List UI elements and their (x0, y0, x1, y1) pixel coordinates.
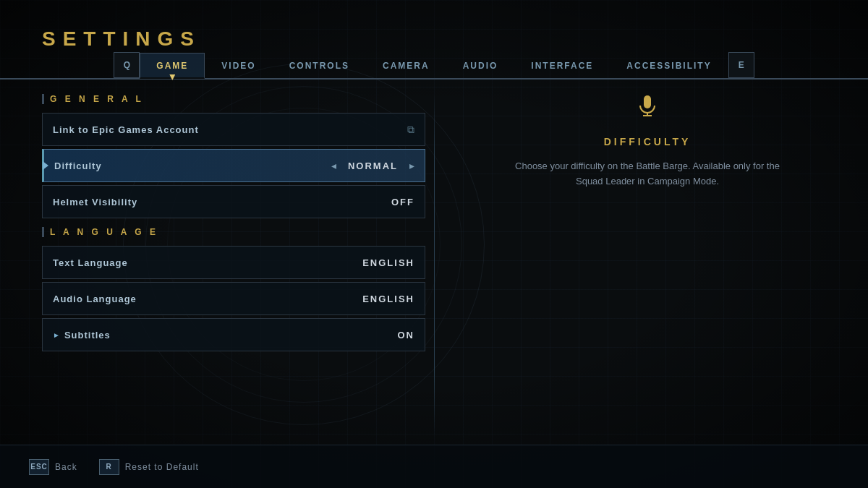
tab-audio[interactable]: AUDIO (446, 52, 515, 78)
subtitles-expand-icon: ► (53, 331, 60, 339)
tab-controls[interactable]: CONTROLS (273, 52, 366, 78)
svg-rect-0 (644, 95, 651, 108)
page-title: SETTINGS (42, 27, 201, 51)
detail-icon (637, 94, 658, 121)
r-key: R (99, 459, 119, 475)
subtitles-value: ON (398, 330, 415, 341)
difficulty-prev-arrow[interactable]: ◂ (331, 160, 336, 171)
audio-language-value: ENGLISH (362, 294, 414, 304)
left-panel: G E N E R A L Link to Epic Games Account… (42, 94, 425, 437)
tab-game[interactable]: GAME (140, 53, 205, 79)
difficulty-row[interactable]: Difficulty ◂ NORMAL ▸ (42, 149, 425, 182)
epic-link-label: Link to Epic Games Account (53, 124, 400, 135)
tab-right-bracket[interactable]: E (728, 52, 754, 78)
difficulty-control: ◂ NORMAL ▸ (331, 160, 414, 171)
difficulty-next-arrow[interactable]: ▸ (409, 160, 414, 171)
subtitles-label: Subtitles (64, 330, 398, 341)
detail-description: Choose your difficulty on the Battle Bar… (510, 159, 785, 189)
tab-accessibility[interactable]: ACCESSIBILITY (610, 52, 728, 78)
panel-divider (434, 94, 435, 437)
helmet-label: Helmet Visibility (53, 197, 391, 207)
audio-language-row[interactable]: Audio Language ENGLISH (42, 282, 425, 315)
difficulty-value: NORMAL (348, 160, 398, 171)
row-cursor (43, 161, 48, 170)
back-label: Back (55, 462, 77, 472)
epic-link-row[interactable]: Link to Epic Games Account ⧉ (42, 113, 425, 146)
link-icon: ⧉ (407, 124, 414, 136)
detail-title: DIFFICULTY (604, 136, 692, 147)
helmet-value: OFF (391, 197, 414, 207)
tab-bar: Q GAME VIDEO CONTROLS CAMERA AUDIO INTER… (0, 52, 868, 80)
reset-action[interactable]: R Reset to Default (99, 459, 199, 475)
subtitles-row[interactable]: ► Subtitles ON (42, 318, 425, 351)
general-section-header: G E N E R A L (42, 94, 425, 104)
difficulty-label: Difficulty (54, 160, 331, 171)
reset-label: Reset to Default (125, 462, 199, 472)
tab-left-bracket[interactable]: Q (114, 52, 140, 78)
back-action[interactable]: ESC Back (29, 459, 77, 475)
tab-interface[interactable]: INTERFACE (514, 52, 610, 78)
text-language-row[interactable]: Text Language ENGLISH (42, 246, 425, 279)
audio-language-label: Audio Language (53, 294, 362, 304)
tab-video[interactable]: VIDEO (205, 52, 272, 78)
esc-key: ESC (29, 459, 49, 475)
helmet-row[interactable]: Helmet Visibility OFF (42, 185, 425, 218)
bottom-bar: ESC Back R Reset to Default (0, 445, 868, 488)
tab-camera[interactable]: CAMERA (366, 52, 446, 78)
language-section-header: L A N G U A G E (42, 227, 425, 237)
text-language-value: ENGLISH (362, 257, 414, 268)
settings-page: SETTINGS Q GAME VIDEO CONTROLS CAMERA AU… (0, 0, 868, 488)
text-language-label: Text Language (53, 257, 362, 268)
right-panel: DIFFICULTY Choose your difficulty on the… (448, 94, 846, 437)
